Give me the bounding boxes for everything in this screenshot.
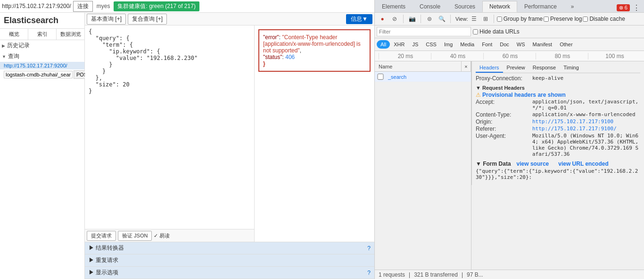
view-url-encoded-link[interactable]: view URL encoded: [558, 161, 608, 167]
ruler-marks: 20 ms 40 ms 60 ms 80 ms 100 ms: [379, 53, 640, 59]
proxy-connection-key: Proxy-Connection:: [476, 75, 532, 82]
accept-row: Accept: application/json, text/javascrip…: [476, 99, 640, 111]
tab-console[interactable]: Console: [413, 1, 447, 12]
es-repeat-request[interactable]: ▶ 重复请求: [85, 254, 374, 267]
network-request-row[interactable]: _search: [375, 72, 471, 82]
request-headers-title[interactable]: ▼ Request Headers: [476, 85, 640, 91]
es-bottom-panels: ▶ 结果转换器 ? ▶ 重复请求 ▶ 显示选项 ?: [85, 242, 374, 279]
es-info-btn[interactable]: 信息▼: [346, 14, 372, 24]
toolbar-separator-4: [494, 15, 494, 23]
es-content: Elasticsearch 概览 索引 数据浏览 ▶ 历史记录 ▼ 查询: [0, 13, 374, 279]
accept-key: Accept:: [476, 99, 532, 111]
filter-input[interactable]: [377, 27, 471, 36]
es-response-line2: "status": 406: [263, 54, 366, 60]
tab-network[interactable]: Network: [482, 1, 517, 12]
request-details-panel: Headers Preview Response Timing Proxy-Co…: [471, 61, 644, 185]
disable-cache-label[interactable]: Disable cache: [583, 16, 625, 22]
nf-tab-doc[interactable]: Doc: [496, 40, 513, 49]
es-endpoint-input[interactable]: [4, 71, 73, 78]
nf-tab-other[interactable]: Other: [556, 40, 577, 49]
nf-tab-all[interactable]: All: [377, 40, 390, 49]
es-history-section[interactable]: ▶ 历史记录: [0, 40, 84, 51]
hide-data-urls-checkbox[interactable]: [473, 29, 478, 34]
es-endpoint-row: POST GET: [0, 69, 84, 80]
view-source-link[interactable]: view source: [517, 161, 549, 167]
es-main: 基本查询 [+] 复合查询 [+] 信息▼ { "query": { "term…: [85, 13, 374, 279]
nf-tab-media[interactable]: Media: [456, 40, 478, 49]
rd-tab-response[interactable]: Response: [529, 63, 560, 73]
es-query-editor[interactable]: { "query": { "term": { "ip.keyword": { "…: [85, 25, 254, 229]
es-nav-tab-data[interactable]: 数据浏览: [57, 29, 84, 40]
es-sidebar: Elasticsearch 概览 索引 数据浏览 ▶ 历史记录 ▼ 查询: [0, 13, 85, 279]
es-response-bracket: }: [263, 60, 366, 67]
network-row-checkbox[interactable]: [377, 74, 384, 80]
content-type-key: Content-Type:: [476, 111, 532, 118]
devtools-network-toolbar: ● ⊘ 📷 ⊜ 🔍 View: ☰ ⊞ Group by frame: [375, 13, 644, 25]
referer-val: http://175.102.17.217:9100/: [532, 126, 617, 132]
nf-tab-manifest[interactable]: Manifest: [529, 40, 556, 49]
view-grid-button[interactable]: ⊞: [480, 14, 491, 24]
network-request-details: Headers Preview Response Timing Proxy-Co…: [471, 61, 644, 270]
es-basic-query-btn[interactable]: 基本查询 [+]: [87, 14, 126, 25]
devtools-tabs: Elements Console Sources Network Perform…: [375, 0, 644, 13]
nf-tab-css[interactable]: CSS: [422, 40, 440, 49]
preserve-log-label[interactable]: Preserve log: [544, 16, 582, 22]
network-row-name[interactable]: _search: [386, 74, 471, 80]
tab-more[interactable]: »: [564, 1, 581, 12]
es-query-item-url[interactable]: http://175.102.17.217:9200/: [0, 62, 84, 69]
stop-button[interactable]: ⊘: [389, 14, 400, 24]
disable-cache-checkbox[interactable]: [583, 17, 588, 22]
hide-data-urls-label[interactable]: Hide data URLs: [473, 28, 520, 35]
settings-icon[interactable]: ⋮: [633, 3, 640, 12]
error-badge: ⊗ 6: [617, 4, 630, 11]
rd-tab-timing[interactable]: Timing: [560, 63, 583, 73]
status-requests: 1 requests: [379, 271, 405, 278]
search-button[interactable]: 🔍: [436, 14, 447, 24]
group-by-frame-checkbox[interactable]: [497, 17, 502, 22]
es-connect-button[interactable]: 连接: [73, 1, 93, 12]
nf-tab-js[interactable]: JS: [408, 40, 422, 49]
es-composite-query-btn[interactable]: 复合查询 [+]: [128, 14, 167, 25]
nf-tab-ws[interactable]: WS: [513, 40, 529, 49]
referer-row: Referer: http://175.102.17.217:9100/: [476, 126, 640, 132]
nf-tab-font[interactable]: Font: [478, 40, 496, 49]
provisional-warning-row: ⚠ Provisional headers are shown: [476, 92, 640, 98]
user-agent-val: Mozilla/5.0 (Windows NT 10.0; Win64; x64…: [532, 133, 640, 157]
es-submit-btn[interactable]: 提交请求: [87, 231, 116, 241]
es-repeat-request-label: ▶ 重复请求: [89, 256, 371, 264]
rd-tab-headers[interactable]: Headers: [476, 63, 503, 73]
group-by-frame-label[interactable]: Group by frame: [497, 16, 543, 22]
es-results-converter[interactable]: ▶ 结果转换器 ?: [85, 242, 374, 254]
record-button[interactable]: ●: [377, 14, 388, 24]
nf-tab-xhr[interactable]: XHR: [390, 40, 408, 49]
camera-button[interactable]: 📷: [406, 14, 418, 24]
filter-button[interactable]: ⊜: [424, 14, 435, 24]
es-nav-tab-index[interactable]: 索引: [28, 29, 57, 40]
nf-tab-img[interactable]: Img: [440, 40, 456, 49]
origin-key: Origin:: [476, 118, 532, 125]
tab-elements[interactable]: Elements: [375, 1, 413, 12]
preserve-log-checkbox[interactable]: [544, 17, 549, 22]
es-results-converter-q[interactable]: ?: [367, 245, 371, 252]
es-validate-btn[interactable]: 验证 JSON: [118, 231, 152, 241]
tab-performance[interactable]: Performance: [517, 1, 564, 12]
es-easy-read-check[interactable]: ✓ 易读: [154, 232, 170, 239]
request-headers-section: ▼ Request Headers ⚠ Provisional headers …: [476, 85, 640, 158]
es-error-key: "error": [263, 34, 279, 41]
ruler-mark-80: 80 ms: [536, 53, 588, 59]
es-display-options-q[interactable]: ?: [367, 270, 371, 276]
rd-tab-preview[interactable]: Preview: [503, 63, 529, 73]
form-data-section: ▼ Form Data view source view URL encoded…: [476, 161, 640, 180]
es-display-options[interactable]: ▶ 显示选项 ?: [85, 267, 374, 279]
network-col-close[interactable]: ×: [462, 61, 471, 71]
origin-val: http://175.102.17.217:9100: [532, 118, 613, 125]
es-query-section[interactable]: ▼ 查询: [0, 51, 84, 62]
form-data-title[interactable]: ▼ Form Data view source view URL encoded: [476, 161, 640, 167]
view-label: View:: [455, 16, 468, 22]
ruler-mark-20: 20 ms: [379, 53, 431, 59]
tab-sources[interactable]: Sources: [447, 1, 482, 12]
view-list-button[interactable]: ☰: [469, 14, 479, 24]
es-nav-tab-overview[interactable]: 概览: [0, 29, 28, 40]
preserve-log-text: Preserve log: [550, 16, 582, 22]
proxy-connection-section: Proxy-Connection: keep-alive: [476, 75, 640, 82]
